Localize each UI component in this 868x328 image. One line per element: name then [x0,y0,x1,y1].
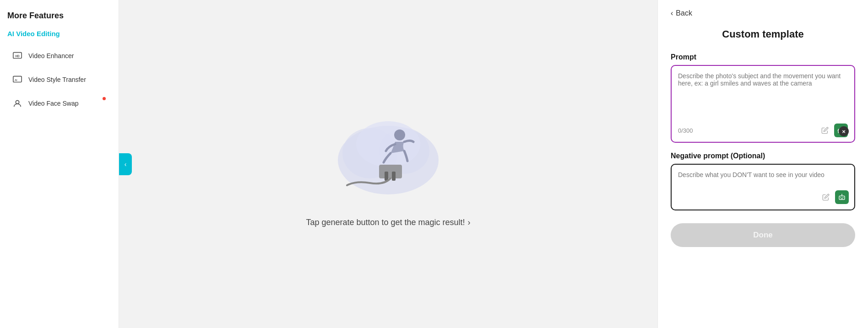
sidebar-item-video-enhancer[interactable]: HD Video Enhancer [7,45,111,67]
negative-prompt-section: Negative prompt (Optional) [671,152,855,210]
right-panel: ‹ Back Custom template Prompt 0/300 [657,0,868,328]
video-style-transfer-icon: AI [11,73,24,86]
sidebar-item-video-style-transfer[interactable]: AI Video Style Transfer [7,69,111,91]
sidebar: More Features AI Video Editing HD Video … [0,0,119,328]
svg-rect-10 [385,172,388,181]
main-content: ‹ Tap generate button to get the magic r… [119,0,657,328]
svg-point-12 [394,129,405,140]
back-chevron-icon: ‹ [671,9,673,17]
tap-generate-chevron-icon: › [468,218,471,227]
panel-title: Custom template [671,28,855,40]
back-button[interactable]: ‹ Back [671,9,855,17]
prompt-textarea[interactable] [678,72,848,118]
svg-rect-9 [379,165,402,178]
prompt-textarea-wrapper: 0/300 [671,65,855,143]
done-button[interactable]: Done [671,223,855,247]
svg-point-20 [842,197,843,198]
empty-state-illustration [324,101,452,203]
prompt-footer: 0/300 [678,124,848,137]
negative-pen-icon[interactable] [819,191,832,204]
negative-prompt-label: Negative prompt (Optional) [671,152,855,160]
svg-text:HD: HD [15,54,20,58]
sidebar-item-video-face-swap[interactable]: Video Face Swap [7,92,111,114]
negative-textarea-wrapper [671,164,855,210]
negative-ai-assist-button[interactable] [835,190,849,204]
clear-prompt-button[interactable]: × [839,126,849,136]
sidebar-ai-video-editing[interactable]: AI Video Editing [7,30,111,38]
sidebar-title: More Features [7,11,111,21]
svg-point-8 [356,121,420,167]
clear-icon-symbol: × [842,128,846,135]
sidebar-item-label-video-style-transfer: Video Style Transfer [28,76,86,83]
tap-generate-label: Tap generate button to get the magic res… [306,218,465,227]
svg-point-19 [841,197,841,198]
svg-point-4 [16,101,19,104]
svg-rect-17 [839,196,845,199]
svg-text:AI: AI [15,79,17,81]
svg-point-18 [841,194,842,194]
collapse-chevron-icon: ‹ [125,161,127,168]
negative-icons [819,190,849,204]
svg-rect-11 [392,172,396,181]
sidebar-item-label-video-enhancer: Video Enhancer [28,52,74,59]
tap-generate-hint: Tap generate button to get the magic res… [306,218,470,227]
pen-icon[interactable] [819,124,831,137]
collapse-sidebar-button[interactable]: ‹ [119,153,132,175]
video-enhancer-icon: HD [11,49,24,62]
sidebar-item-label-video-face-swap: Video Face Swap [28,100,78,107]
notification-dot [103,97,106,100]
prompt-section: Prompt 0/300 [671,53,855,143]
prompt-char-count: 0/300 [678,127,693,134]
video-face-swap-icon [11,97,24,110]
prompt-section-label: Prompt [671,53,855,61]
back-label: Back [676,9,692,17]
